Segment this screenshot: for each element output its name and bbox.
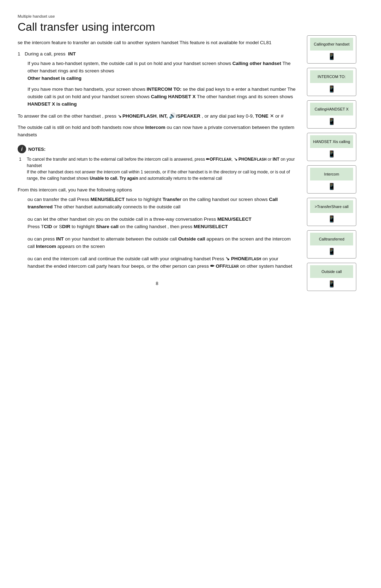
handset-icon-8: 📱: [328, 280, 335, 288]
screen-5: Intercom: [310, 168, 353, 180]
screen-8: Outside call: [310, 265, 353, 278]
handset-keys-7: 📱: [310, 248, 353, 255]
handset-display-8: Outside call 📱: [307, 263, 356, 291]
handset-display-6: >Transfer Share call 📱: [307, 198, 356, 226]
block-multi-handset: If you have more than two handsets, your…: [28, 86, 296, 108]
handset-display-7: Call transferred 📱: [307, 230, 356, 259]
notes-header: i NOTES:: [18, 145, 296, 153]
intro-text: se the intercom feature to transfer an o…: [18, 39, 296, 46]
screen-3: Calling HANDSET X: [310, 103, 353, 115]
handset-keys-4: 📱: [310, 150, 353, 158]
option-end-intercom: ou can end the intercom call and continu…: [28, 255, 296, 270]
handset-display-5: Intercom 📱: [307, 165, 356, 194]
page-number: 8: [18, 281, 296, 286]
step-1: 1 During a call, press INT: [18, 51, 296, 57]
screen-1: Calling other handset: [310, 38, 353, 51]
handset-icon-4: 📱: [328, 150, 335, 158]
option-int-alternate: ou can press INT on your handset to alte…: [28, 236, 296, 250]
sidebar: Calling other handset 📱 INTERCOM TO: 📱 C…: [307, 14, 363, 291]
handset-keys-5: 📱: [310, 183, 353, 190]
handset-icon-1: 📱: [328, 53, 335, 60]
option-share: ou can let the other handset oin you on …: [28, 216, 296, 231]
page-title: Call transfer using intercom: [18, 20, 296, 34]
page-subtitle: Multiple handset use: [18, 14, 296, 18]
handset-keys-2: 📱: [310, 85, 353, 93]
block-answer: To answer the call on the other handset …: [18, 112, 296, 120]
handset-display-4: HANDSET X is calling 📱: [307, 133, 356, 161]
handset-display-1: Calling other handset 📱: [307, 35, 356, 64]
step-number-1: 1: [18, 51, 23, 57]
handset-icon-2: 📱: [328, 85, 335, 93]
handset-icon-5: 📱: [328, 183, 335, 190]
block-intercom: The outside call is still on hold and bo…: [18, 124, 296, 139]
step-1-key: INT: [68, 51, 76, 57]
note-1: 1 To cancel the transfer and return to t…: [19, 156, 296, 182]
handset-icon-6: 📱: [328, 215, 335, 223]
handset-icon-3: 📱: [328, 118, 335, 125]
handset-keys-6: 📱: [310, 215, 353, 223]
handset-display-3: Calling HANDSET X 📱: [307, 100, 356, 129]
options-intro: From this intercom call, you have the fo…: [18, 187, 296, 192]
info-icon: i: [18, 145, 26, 153]
screen-2: INTERCOM TO:: [310, 70, 353, 83]
screen-6: >Transfer Share call: [310, 200, 353, 213]
handset-icon-7: 📱: [328, 248, 335, 255]
step-1-body: During a call, press INT: [25, 51, 296, 57]
block-two-handset: If you have a two-handset system, the ou…: [28, 60, 296, 82]
screen-4: HANDSET X is calling: [310, 135, 353, 148]
screen-7: Call transferred: [310, 233, 353, 245]
handset-keys-3: 📱: [310, 118, 353, 125]
option-transfer: ou can transfer the call Press MENU/SELE…: [28, 196, 296, 211]
handset-display-2: INTERCOM TO: 📱: [307, 68, 356, 96]
handset-keys-8: 📱: [310, 280, 353, 288]
notes-section: i NOTES: 1 To cancel the transfer and re…: [18, 145, 296, 182]
handset-keys-1: 📱: [310, 53, 353, 60]
